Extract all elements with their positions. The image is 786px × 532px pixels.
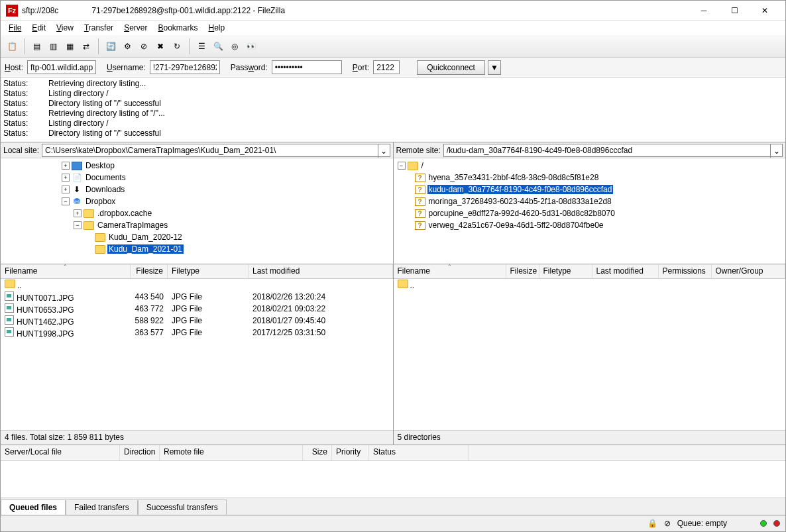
remote-file-body[interactable]: ..: [394, 279, 786, 430]
disconnect-icon[interactable]: ✖: [153, 39, 168, 54]
tree-remote-dir[interactable]: kudu-dam_30a7764f-8190-4c49-f0e8-08d896c…: [427, 185, 614, 194]
toggle-queue-icon[interactable]: ⇄: [79, 39, 93, 54]
tree-cti[interactable]: CameraTrapImages: [96, 221, 169, 230]
tree-desktop[interactable]: Desktop: [84, 161, 116, 170]
tree-documents[interactable]: Documents: [84, 173, 127, 182]
host-input[interactable]: [27, 60, 96, 74]
tree-remote-dir[interactable]: hyena_357e3431-2bbf-4fc8-38c9-08d8c5f81e…: [427, 173, 600, 182]
refresh-icon[interactable]: 🔄: [103, 39, 118, 54]
tree-dbcache[interactable]: .dropbox.cache: [96, 209, 153, 218]
sitemanager-icon[interactable]: 📋: [5, 39, 19, 54]
tree-remote-dir[interactable]: porcupine_e8dff27a-992d-4620-5d31-08d8c8…: [427, 209, 616, 218]
qcol-size[interactable]: Size: [303, 445, 332, 460]
qcol-direction[interactable]: Direction: [120, 445, 160, 460]
statusbar: 🔒 ⊘ Queue: empty: [1, 515, 785, 531]
list-item[interactable]: HUNT0071.JPG443 540JPG File2018/02/26 13…: [1, 291, 393, 303]
qcol-remote[interactable]: Remote file: [160, 445, 303, 460]
menu-transfer[interactable]: Transfer: [79, 22, 119, 34]
queue-body[interactable]: [1, 461, 785, 498]
quickconnect-button[interactable]: Quickconnect: [417, 60, 485, 75]
search-icon[interactable]: 🔍: [211, 39, 225, 54]
tab-queued[interactable]: Queued files: [1, 500, 66, 515]
qcol-server[interactable]: Server/Local file: [1, 445, 120, 460]
tree-downloads[interactable]: Downloads: [84, 185, 126, 194]
quickconnect-dropdown[interactable]: ▼: [488, 60, 501, 75]
menu-file[interactable]: File: [3, 22, 27, 34]
qcol-priority[interactable]: Priority: [332, 445, 369, 460]
local-path-input[interactable]: [42, 144, 377, 156]
qcol-status[interactable]: Status: [369, 445, 469, 460]
expand-icon[interactable]: +: [62, 162, 70, 170]
tree-dropbox[interactable]: Dropbox: [84, 197, 117, 206]
list-item[interactable]: HUNT1462.JPG588 922JPG File2018/01/27 09…: [1, 315, 393, 327]
find-icon[interactable]: 👀: [244, 39, 258, 54]
file-icon: [5, 327, 14, 337]
col-modified[interactable]: Last modified: [249, 264, 393, 278]
maximize-button[interactable]: ☐: [719, 1, 750, 20]
process-queue-icon[interactable]: ⚙: [120, 39, 135, 54]
list-item[interactable]: HUNT0653.JPG463 772JPG File2018/02/21 09…: [1, 303, 393, 315]
list-item-updir[interactable]: ..: [394, 279, 786, 291]
folder-icon: [95, 245, 105, 254]
unknown-icon: ?: [415, 186, 425, 194]
toggle-log-icon[interactable]: ▤: [29, 39, 44, 54]
toggle-remote-tree-icon[interactable]: ▦: [62, 39, 77, 54]
local-status: 4 files. Total size: 1 859 811 bytes: [1, 430, 393, 445]
unknown-icon: ?: [415, 197, 425, 206]
col-filesize[interactable]: Filesize: [506, 264, 539, 278]
log-message: Retrieving directory listing...: [48, 79, 146, 89]
col-filesize[interactable]: Filesize: [131, 264, 168, 278]
folder-icon: [398, 280, 408, 288]
tree-remote-dir[interactable]: verweg_42a51c67-0e9a-46d1-5ff2-08d8704fb…: [427, 221, 605, 230]
tab-failed[interactable]: Failed transfers: [66, 500, 138, 515]
menu-edit[interactable]: Edit: [27, 22, 51, 34]
file-icon: [5, 303, 14, 313]
menu-bookmarks[interactable]: Bookmarks: [152, 22, 203, 34]
local-path-dropdown[interactable]: ⌄: [378, 144, 390, 158]
local-tree[interactable]: +Desktop +📄Documents +⬇Downloads −⛃Dropb…: [1, 158, 393, 264]
unknown-icon: ?: [415, 174, 425, 182]
led-error-icon: [773, 520, 780, 527]
minimize-button[interactable]: ─: [689, 1, 719, 20]
close-button[interactable]: ✕: [750, 1, 780, 20]
menu-server[interactable]: Server: [119, 22, 152, 34]
list-item-updir[interactable]: ..: [1, 279, 393, 291]
password-input[interactable]: [272, 60, 342, 74]
tree-kd2020[interactable]: Kudu_Dam_2020-12: [107, 233, 184, 242]
remote-path-dropdown[interactable]: ⌄: [770, 144, 782, 158]
lock-icon[interactable]: 🔒: [647, 519, 657, 528]
col-owner[interactable]: Owner/Group: [712, 264, 786, 278]
col-filename[interactable]: Filename⌃: [394, 264, 506, 278]
tab-success[interactable]: Successful transfers: [138, 500, 227, 515]
username-input[interactable]: [150, 60, 220, 74]
remote-path-input[interactable]: [444, 144, 770, 156]
col-permissions[interactable]: Permissions: [659, 264, 712, 278]
local-pane: Local site: ⌄ +Desktop +📄Documents +⬇Dow…: [1, 142, 394, 445]
folder-icon: [408, 162, 418, 170]
remote-tree[interactable]: −/ ?hyena_357e3431-2bbf-4fc8-38c9-08d8c5…: [394, 158, 786, 264]
list-item[interactable]: HUNT1998.JPG363 577JPG File2017/12/25 03…: [1, 327, 393, 339]
port-input[interactable]: [373, 60, 400, 74]
filter-icon[interactable]: ☰: [194, 39, 209, 54]
log-panel[interactable]: Status:Retrieving directory listing... S…: [1, 78, 785, 142]
col-filetype[interactable]: Filetype: [539, 264, 592, 278]
file-icon: [5, 315, 14, 325]
toggle-local-tree-icon[interactable]: ▥: [46, 39, 60, 54]
tree-remote-dir[interactable]: moringa_37268493-6023-44b5-2f1a-08d833a1…: [427, 197, 613, 206]
reconnect-icon[interactable]: ↻: [170, 39, 184, 54]
local-file-body[interactable]: .. HUNT0071.JPG443 540JPG File2018/02/26…: [1, 279, 393, 430]
col-filename[interactable]: Filename⌃: [1, 264, 131, 278]
col-filetype[interactable]: Filetype: [168, 264, 249, 278]
remote-pane: Remote site: ⌄ −/ ?hyena_357e3431-2bbf-4…: [394, 142, 786, 445]
folder-icon: [95, 233, 105, 242]
menu-view[interactable]: View: [51, 22, 79, 34]
tree-kd2021[interactable]: Kudu_Dam_2021-01: [107, 244, 184, 254]
tree-root[interactable]: /: [420, 161, 425, 170]
menubar: File Edit View Transfer Server Bookmarks…: [1, 21, 785, 35]
titlebar: Fz sftp://208c 71-297be1268928@sftp-001.…: [1, 1, 785, 21]
compare-icon[interactable]: ◎: [227, 39, 242, 54]
menu-help[interactable]: Help: [203, 22, 231, 34]
col-modified[interactable]: Last modified: [592, 264, 659, 278]
cancel-icon[interactable]: ⊘: [137, 39, 151, 54]
remote-status: 5 directories: [394, 430, 786, 445]
